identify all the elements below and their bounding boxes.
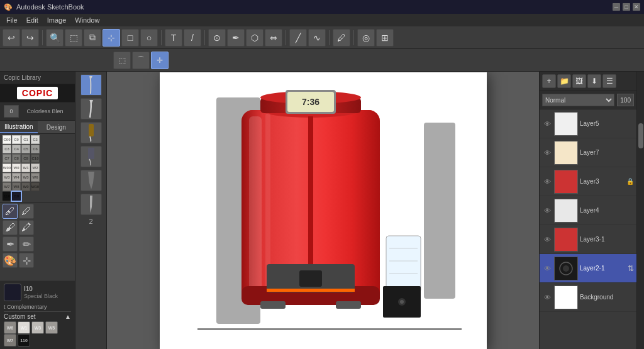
brush-panel-icon-0[interactable]	[80, 74, 102, 96]
grid-button[interactable]: ⊞	[376, 29, 394, 47]
brush-panel-icon-3[interactable]	[80, 146, 102, 167]
curve-button[interactable]: ∿	[308, 29, 326, 47]
brush-icon-3[interactable]: 🖍	[19, 220, 34, 235]
transform-button[interactable]: ⧉	[84, 29, 101, 47]
copic-swatch-c9[interactable]: C9	[21, 154, 30, 163]
layer-visibility-layer4[interactable]: 👁	[542, 206, 552, 216]
pen2-button[interactable]: ✒	[227, 29, 245, 47]
layer-visibility-layer7[interactable]: 👁	[542, 148, 552, 158]
copic-swatch-i10[interactable]: I10	[12, 192, 21, 201]
mini-swatch-w1[interactable]: W1	[18, 321, 30, 334]
copic-swatch-w0[interactable]: W0	[12, 163, 21, 172]
layer-item-layer2-1[interactable]: 👁 Layer2-1 ⇅	[540, 254, 636, 283]
brush-panel-icon-2[interactable]	[80, 122, 102, 143]
copic-swatch-w9[interactable]: W9	[21, 182, 30, 191]
color-wheel-button[interactable]: ◎	[357, 29, 375, 47]
copic-swatch-w8[interactable]: W8	[12, 182, 21, 191]
brush-icon-2[interactable]: 🖌	[3, 220, 18, 235]
copic-swatch-c3[interactable]: C3	[3, 145, 11, 153]
folder-button[interactable]: 📁	[557, 74, 571, 88]
tab-illustration[interactable]: Illustration	[0, 121, 38, 133]
select-button[interactable]: ⬚	[65, 29, 82, 47]
minimize-button[interactable]: ─	[613, 3, 620, 11]
layer-visibility-background[interactable]: 👁	[542, 292, 552, 302]
select2-button[interactable]: ⊹	[103, 29, 120, 47]
ruler-button[interactable]: /	[184, 29, 201, 47]
brush-panel-icon-1[interactable]	[80, 98, 102, 119]
rect-select-button[interactable]: ⬚	[113, 52, 131, 69]
ellipse-button[interactable]: ○	[140, 29, 158, 47]
copic-swatch-c5[interactable]: C5	[21, 145, 30, 153]
copic-swatch-c6[interactable]: C6	[31, 145, 40, 153]
copic-swatch-c7[interactable]: C7	[3, 154, 11, 163]
copic-swatch-w7[interactable]: W7	[3, 182, 11, 191]
stamp-button[interactable]: ⬡	[246, 29, 264, 47]
brush-size-input[interactable]: 0	[4, 105, 19, 118]
copic-swatch-w2[interactable]: W2	[31, 163, 40, 172]
layer-item-background[interactable]: 👁 Background	[540, 283, 636, 312]
brush-panel-icon-5[interactable]	[80, 194, 102, 215]
copic-swatch-c4[interactable]: C4	[12, 145, 21, 153]
blend-mode-select[interactable]: Normal	[542, 94, 614, 106]
brush-icon-0[interactable]: 🖋	[3, 204, 18, 219]
merge-button[interactable]: ⬇	[587, 74, 601, 88]
copic-swatch-c0[interactable]: C0	[12, 135, 21, 144]
layer-item-layer7[interactable]: 👁 Layer7	[540, 138, 636, 167]
collapse-icon[interactable]: ▲	[65, 313, 71, 320]
restore-button[interactable]: □	[623, 3, 630, 11]
canvas[interactable]: 7:36	[160, 72, 487, 349]
layer-item-layer4[interactable]: 👁 Layer4	[540, 196, 636, 225]
redo-button[interactable]: ↪	[21, 29, 39, 47]
brush-panel-icon-4[interactable]	[80, 170, 102, 191]
layer-item-layer3-1[interactable]: 👁 Layer3-1	[540, 225, 636, 254]
layers-menu-button[interactable]: ☰	[602, 74, 616, 88]
image-button[interactable]: 🖼	[572, 74, 586, 88]
layer-item-layer5[interactable]: 👁 Layer5	[540, 109, 636, 138]
menu-file[interactable]: File	[3, 15, 21, 25]
tab-design[interactable]: Design	[38, 121, 75, 133]
move-button[interactable]: ✛	[151, 52, 169, 69]
copic-swatch-w4[interactable]: W4	[12, 173, 21, 182]
layer-visibility-layer3[interactable]: 👁	[542, 177, 552, 187]
brush-icon-1[interactable]: 🖊	[19, 204, 34, 219]
line-button[interactable]: ╱	[289, 29, 307, 47]
opacity-value[interactable]: 100	[617, 94, 634, 106]
copic-swatch-w6[interactable]: W6	[31, 173, 40, 182]
brush-icon-5[interactable]: ✏	[19, 236, 34, 252]
layer-visibility-layer3-1[interactable]: 👁	[542, 235, 552, 245]
copic-swatch-w00[interactable]: W00	[3, 163, 11, 172]
rect-button[interactable]: □	[121, 29, 139, 47]
layer-visibility-layer5[interactable]: 👁	[542, 119, 552, 129]
copic-swatch-c10[interactable]: C10	[31, 154, 40, 163]
menu-window[interactable]: Window	[71, 15, 103, 25]
copic-swatch-w5[interactable]: W5	[21, 173, 30, 182]
menu-edit[interactable]: Edit	[23, 15, 42, 25]
right-scrollbar[interactable]	[636, 72, 644, 349]
mini-swatch-w7[interactable]: W7	[4, 334, 16, 346]
brush-icon-6[interactable]: 🎨	[3, 253, 18, 268]
copic-swatch-c8[interactable]: C8	[12, 154, 21, 163]
close-button[interactable]: ✕	[633, 3, 640, 11]
copic-swatch-c1[interactable]: C1	[21, 135, 30, 144]
mini-swatch-w5[interactable]: W5	[45, 321, 58, 334]
mirror-button[interactable]: ⇔	[265, 29, 282, 47]
brush-tool-button[interactable]: 🖊	[333, 29, 350, 47]
mini-swatch-110[interactable]: 110	[18, 334, 30, 346]
canvas-area[interactable]: 7:36	[107, 72, 539, 349]
menu-image[interactable]: Image	[43, 15, 70, 25]
copic-swatch-c2[interactable]: C2	[31, 135, 40, 144]
brush-icon-7[interactable]: ⊹	[19, 253, 34, 268]
undo-button[interactable]: ↩	[3, 29, 20, 47]
copic-swatch-w1[interactable]: W1	[21, 163, 30, 172]
add-layer-button[interactable]: +	[542, 74, 556, 88]
layer-item-layer3[interactable]: 👁 Layer3 🔒	[540, 167, 636, 196]
copic-swatch-w10[interactable]: W10	[31, 182, 40, 191]
layer-visibility-layer2-1[interactable]: 👁	[542, 263, 552, 274]
layer-options-icon[interactable]: ⇅	[628, 264, 634, 273]
brush-icon-4[interactable]: ✒	[3, 236, 18, 252]
text-button[interactable]: T	[165, 29, 182, 47]
copic-swatch-110[interactable]: 110	[3, 192, 11, 201]
lasso-button[interactable]: ⌒	[132, 52, 150, 69]
mini-swatch-w3[interactable]: W3	[31, 321, 44, 334]
circle-tool-button[interactable]: ⊙	[208, 29, 226, 47]
